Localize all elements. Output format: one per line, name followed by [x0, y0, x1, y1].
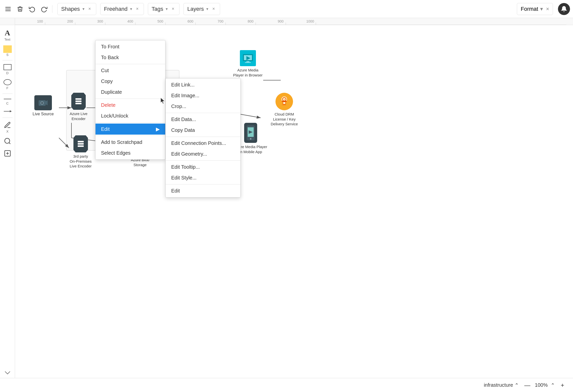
menu-edit-tooltip[interactable]: Edit Tooltip...	[166, 162, 240, 172]
toolbar-separator-2	[3, 93, 13, 94]
svg-line-58	[59, 138, 69, 148]
tool-rect-label: D	[6, 71, 9, 75]
zoom-level[interactable]: 100%	[535, 382, 548, 388]
menu-edit-image[interactable]: Edit Image...	[166, 90, 240, 101]
tab-layers-label: Layers	[187, 6, 204, 12]
menu-copy-data-label: Copy Data	[171, 127, 195, 133]
toolbar-separator-3	[3, 118, 13, 118]
svg-text:500: 500	[157, 19, 163, 23]
tab-freehand-close[interactable]: ×	[135, 6, 140, 12]
menu-cut-label: Cut	[101, 68, 109, 73]
tab-tags-chevron: ▾	[166, 7, 168, 11]
menu-edit-plain[interactable]: Edit	[166, 185, 240, 196]
note-icon	[3, 45, 12, 53]
shape-azure-media-browser[interactable]: Azure MediaPlayer in Browser	[233, 50, 263, 77]
menu-edit-tooltip-label: Edit Tooltip...	[171, 164, 200, 170]
undo-button[interactable]	[27, 4, 37, 14]
tool-magnify[interactable]	[1, 136, 14, 147]
menu-edit-style[interactable]: Edit Style...	[166, 172, 240, 183]
format-label: Format	[521, 6, 538, 12]
tool-line[interactable]: C	[1, 96, 14, 107]
zoom-in-button[interactable]: +	[558, 381, 567, 390]
tool-add[interactable]	[1, 148, 14, 159]
camera-icon	[34, 95, 52, 110]
svg-rect-65	[75, 98, 81, 100]
format-chevron: ▾	[540, 6, 543, 12]
drm-label: Cloud DRMLicense / KeyDelivery Service	[271, 112, 298, 127]
format-button[interactable]: Format ▾ ×	[517, 3, 553, 15]
menu-edit-data[interactable]: Edit Data...	[166, 114, 240, 125]
tab-layers[interactable]: Layers ▾ ×	[183, 3, 220, 15]
menu-delete-label: Delete	[101, 102, 116, 108]
smenu-divider-1	[166, 113, 240, 113]
menu-edit-geometry[interactable]: Edit Geometry...	[166, 149, 240, 159]
bottombar: infrastructure ⌃ — 100% ⌃ +	[0, 378, 573, 392]
ruler-corner	[0, 18, 15, 25]
menu-divider-1	[96, 64, 165, 64]
tool-arrow[interactable]	[1, 108, 14, 116]
menu-lock-unlock[interactable]: Lock/Unlock	[96, 111, 165, 121]
menu-edit-style-label: Edit Style...	[171, 175, 197, 181]
encoder2-icon	[73, 135, 88, 152]
azure-media-browser-label: Azure MediaPlayer in Browser	[233, 68, 263, 77]
menu-crop[interactable]: Crop...	[166, 101, 240, 112]
menu-cut[interactable]: Cut	[96, 65, 165, 76]
format-close[interactable]: ×	[546, 6, 549, 12]
tool-pencil-label: X	[6, 130, 9, 133]
shape-3rdparty-encoder[interactable]: 3rd partyOn-PremisesLive Encoder	[70, 135, 92, 169]
menu-select-edges-label: Select Edges	[101, 150, 131, 156]
tab-freehand[interactable]: Freehand ▾ ×	[100, 3, 144, 15]
menu-edit-arrow: ▶	[156, 126, 160, 132]
tool-rect[interactable]: D	[1, 62, 14, 76]
tab-shapes[interactable]: Shapes ▾ ×	[57, 3, 96, 15]
menu-to-back-label: To Back	[101, 55, 119, 60]
tab-tags-close[interactable]: ×	[170, 6, 176, 12]
menu-edit-link[interactable]: Edit Link...	[166, 79, 240, 90]
menu-edit[interactable]: Edit ▶	[96, 124, 165, 135]
arrow-icon	[3, 109, 12, 114]
svg-rect-70	[78, 145, 84, 147]
tab-layers-close[interactable]: ×	[211, 6, 216, 12]
svg-text:900: 900	[278, 19, 284, 23]
tool-note-label: S	[6, 53, 9, 57]
svg-rect-84	[245, 62, 251, 63]
tool-ellipse[interactable]: F	[1, 77, 14, 91]
tab-shapes-chevron: ▾	[82, 7, 84, 11]
trash-button[interactable]	[15, 4, 25, 14]
svg-rect-83	[246, 61, 249, 62]
menu-to-front[interactable]: To Front	[96, 41, 165, 52]
tool-note[interactable]: S	[1, 44, 14, 58]
tool-text-label: Text	[5, 38, 11, 41]
svg-text:200: 200	[67, 19, 73, 23]
tool-text[interactable]: A Text	[1, 27, 14, 43]
redo-button[interactable]	[39, 4, 49, 14]
shape-live-source[interactable]: Live Source	[33, 95, 54, 116]
menu-add-scratchpad[interactable]: Add to Scratchpad	[96, 137, 165, 148]
layer-selector[interactable]: infrastructure ⌃	[484, 382, 519, 388]
shape-azure-live-encoder[interactable]: Azure LiveEncoder	[70, 93, 87, 121]
svg-rect-68	[78, 141, 84, 142]
menu-select-edges[interactable]: Select Edges	[96, 148, 165, 158]
svg-rect-97	[282, 101, 287, 102]
tab-freehand-chevron: ▾	[130, 7, 132, 11]
tool-pencil[interactable]: X	[1, 120, 14, 135]
tab-tags[interactable]: Tags ▾ ×	[148, 3, 179, 15]
add-icon	[4, 150, 11, 158]
menu-copy-data[interactable]: Copy Data	[166, 125, 240, 136]
menu-button[interactable]	[3, 4, 13, 14]
menu-to-front-label: To Front	[101, 44, 119, 50]
notification-button[interactable]	[558, 3, 570, 15]
menu-divider-4	[96, 136, 165, 136]
menu-delete[interactable]: Delete	[96, 100, 165, 111]
zoom-out-button[interactable]: —	[523, 381, 532, 390]
svg-text:800: 800	[248, 19, 254, 23]
menu-edit-connection-points[interactable]: Edit Connection Points...	[166, 138, 240, 149]
svg-point-38	[4, 79, 11, 85]
menu-to-back[interactable]: To Back	[96, 52, 165, 63]
svg-marker-41	[10, 110, 12, 112]
tab-shapes-close[interactable]: ×	[87, 6, 92, 12]
toolbar-expand[interactable]	[1, 369, 14, 376]
menu-duplicate[interactable]: Duplicate	[96, 87, 165, 97]
menu-copy[interactable]: Copy	[96, 76, 165, 87]
shape-drm[interactable]: Cloud DRMLicense / KeyDelivery Service	[271, 93, 298, 127]
